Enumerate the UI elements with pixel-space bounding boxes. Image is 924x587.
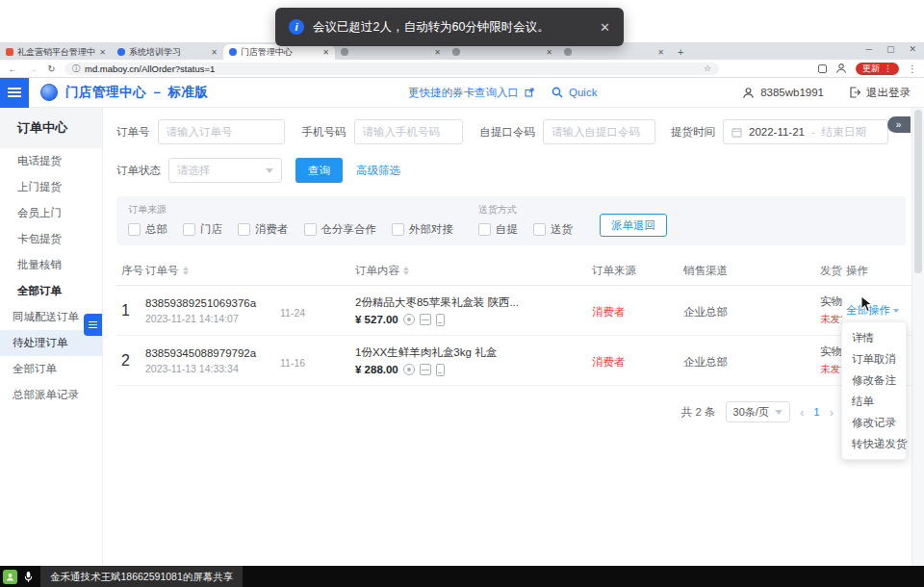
coupon-query-link[interactable]: 更快捷的券卡查询入口 — [408, 86, 519, 100]
sidebar-item-batch-verify[interactable]: 批量核销 — [0, 252, 102, 278]
browser-tab[interactable]: ✕ — [447, 44, 558, 60]
refresh-icon[interactable]: ↻ — [45, 64, 58, 74]
order-no-label: 订单号 — [116, 125, 150, 140]
menu-item-cancel-order[interactable]: 订单取消 — [842, 348, 906, 370]
all-actions-button[interactable]: 全部操作 — [846, 303, 911, 318]
delivery-method-group: 送货方式 自提 送货 — [478, 203, 573, 237]
current-page-button[interactable]: 1 — [813, 406, 819, 418]
tab-close-icon[interactable]: ✕ — [211, 48, 218, 57]
order-number: 83859345088979792a — [145, 347, 274, 359]
order-no-input[interactable] — [158, 119, 285, 144]
menu-item-edit-remark[interactable]: 修改备注 — [842, 370, 906, 391]
pickup-time-label: 提货时间 — [671, 125, 715, 140]
menu-item-detail[interactable]: 详情 — [842, 327, 906, 348]
checkbox-source-hq[interactable]: 总部 — [128, 222, 167, 237]
header-order-no[interactable]: 订单号 — [145, 264, 280, 278]
quick-search-link[interactable]: Quick — [569, 87, 597, 98]
sidebar-drawer-toggle[interactable] — [84, 314, 102, 336]
tab-favicon — [341, 48, 348, 56]
tab-favicon — [452, 48, 460, 56]
sidebar-section-title: 订单中心 — [0, 108, 102, 148]
url-text: md.maboy.cn/AllOrder?status=1 — [85, 64, 699, 74]
menu-toggle-button[interactable] — [0, 78, 29, 108]
sort-icon[interactable] — [183, 267, 189, 275]
pickup-date-fragment: 11-16 — [280, 357, 342, 369]
header-ship-status: 发货状态 — [809, 264, 842, 278]
main-content: 订单号 手机号码 自提口令码 提货时间 2022-11-21 - 结束日期 订单… — [103, 108, 924, 566]
pickup-code-input[interactable] — [543, 119, 655, 144]
checkbox-source-consumer[interactable]: 消费者 — [238, 222, 289, 237]
browser-menu-icon[interactable]: ⋮ — [908, 64, 917, 74]
checkbox-source-store[interactable]: 门店 — [183, 222, 222, 237]
address-bar[interactable]: ⓘ md.maboy.cn/AllOrder?status=1 ☆ — [64, 63, 719, 75]
back-icon[interactable]: ← — [7, 64, 19, 74]
advanced-filter-link[interactable]: 高级筛选 — [356, 164, 400, 178]
forward-icon[interactable]: → — [26, 64, 38, 74]
checkbox-source-warehouse-share[interactable]: 仓分享合作 — [304, 222, 377, 237]
menu-item-express-ship[interactable]: 转快递发货 — [842, 433, 906, 454]
header-order-content[interactable]: 订单内容 — [347, 264, 578, 278]
tab-close-icon[interactable]: ✕ — [546, 48, 552, 57]
sidebar-item-member-visit[interactable]: 会员上门 — [0, 200, 102, 226]
checkbox-delivery[interactable]: 送货 — [533, 222, 573, 237]
external-link-icon — [525, 88, 534, 97]
browser-profile-icon[interactable] — [835, 63, 847, 74]
next-page-button[interactable]: › — [830, 405, 834, 420]
browser-tab[interactable]: 礼盒营销平台管理中心 ✕ — [0, 44, 112, 60]
page-size-select[interactable]: 30条/页 — [726, 401, 790, 422]
new-tab-button[interactable]: + — [678, 46, 683, 58]
order-status-select[interactable]: 请选择 — [168, 158, 282, 183]
menu-item-edit-records[interactable]: 修改记录 — [842, 412, 906, 433]
tab-close-icon[interactable]: ✕ — [99, 48, 106, 57]
tab-title: 礼盒营销平台管理中心 — [17, 46, 95, 59]
page-scrollbar[interactable] — [911, 108, 924, 566]
browser-tab[interactable]: 系统培训学习 ✕ — [112, 44, 223, 60]
tab-close-icon[interactable]: ✕ — [322, 48, 329, 57]
sort-icon[interactable] — [403, 267, 409, 275]
phone-input[interactable] — [354, 119, 463, 144]
browser-tab[interactable]: ✕ — [335, 44, 447, 60]
prev-page-button[interactable]: ‹ — [800, 405, 804, 420]
sidebar-item-all-orders[interactable]: 全部订单 — [0, 356, 102, 382]
menu-item-close-order[interactable]: 结单 — [842, 391, 906, 412]
order-type-phone-icon — [436, 314, 445, 326]
checkbox-icon — [392, 223, 404, 236]
pickup-date-range[interactable]: 2022-11-21 - 结束日期 — [723, 119, 888, 144]
checkbox-source-external[interactable]: 外部对接 — [392, 222, 453, 237]
sidebar-item-phone-pickup[interactable]: 电话提货 — [0, 148, 102, 174]
sidebar: 订单中心 电话提货 上门提货 会员上门 卡包提货 批量核销 全部订单 同城配送订… — [0, 108, 103, 566]
tab-close-icon[interactable]: ✕ — [434, 48, 441, 57]
hamburger-icon — [8, 88, 21, 97]
tab-close-icon[interactable]: ✕ — [657, 48, 664, 57]
scrollbar-thumb[interactable] — [914, 110, 922, 273]
total-count-text: 共 2 条 — [681, 405, 716, 420]
sales-channel-cell: 企业总部 — [671, 352, 809, 370]
logout-button[interactable]: 退出登录 — [866, 86, 911, 100]
sidebar-item-all-orders-group[interactable]: 全部订单 — [0, 278, 102, 304]
dispatch-return-button[interactable]: 派单退回 — [600, 214, 667, 237]
sidebar-item-door-pickup[interactable]: 上门提货 — [0, 174, 102, 200]
toast-close-icon[interactable]: ✕ — [600, 20, 610, 35]
bookmark-star-icon[interactable]: ☆ — [704, 64, 711, 73]
window-close-button[interactable]: ✕ — [909, 44, 916, 54]
browser-update-button[interactable]: 更新 ⋮ — [856, 63, 899, 75]
sidebar-item-hq-dispatch-records[interactable]: 总部派单记录 — [0, 382, 102, 408]
browser-tab[interactable]: ✕ — [558, 44, 670, 60]
extensions-icon[interactable] — [818, 64, 827, 73]
browser-tab-active[interactable]: 门店管理中心 ✕ — [223, 44, 335, 60]
header-order-source: 订单来源 — [578, 264, 671, 278]
search-button[interactable]: 查询 — [295, 158, 343, 183]
window-maximize-button[interactable]: ▢ — [886, 44, 895, 54]
sidebar-item-cardpack-pickup[interactable]: 卡包提货 — [0, 226, 102, 252]
collapse-panel-toggle[interactable]: » — [887, 116, 911, 133]
checkbox-self-pickup[interactable]: 自提 — [478, 222, 518, 237]
screen-share-bar: 金禾通技术王斌18662591081的屏幕共享 — [0, 566, 924, 587]
tab-favicon — [229, 48, 237, 56]
tab-favicon — [117, 48, 125, 56]
checkbox-label: 送货 — [551, 222, 573, 237]
window-minimize-button[interactable]: ─ — [866, 44, 872, 54]
checkbox-icon — [238, 223, 250, 236]
order-source-cell: 消费者 — [578, 352, 671, 370]
microphone-icon[interactable] — [24, 571, 33, 583]
site-info-icon[interactable]: ⓘ — [72, 64, 80, 74]
